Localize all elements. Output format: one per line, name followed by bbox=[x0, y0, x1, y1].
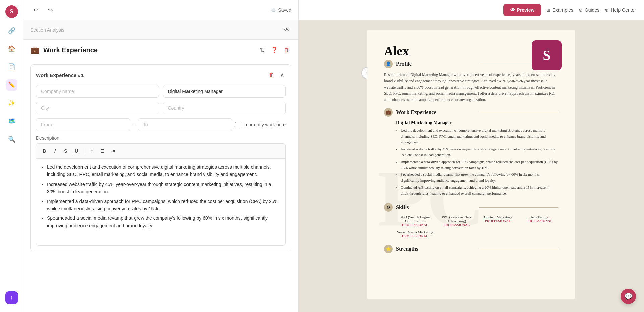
user-avatar: S bbox=[5, 5, 18, 18]
work-experience-entry: Work Experience #1 🗑 ∧ - bbox=[30, 64, 291, 251]
sidebar-item-home[interactable]: 🏠 bbox=[6, 43, 17, 54]
strikethrough-button[interactable]: S bbox=[61, 146, 70, 156]
editor-area: ↩ ↪ ☁️ Saved Section Analysis 👁 💼 Work E… bbox=[23, 0, 299, 312]
description-label: Description bbox=[36, 135, 286, 141]
skill-social: Social Media Marketing PROFESSIONAL bbox=[396, 230, 434, 238]
work-experience-title: Work Experience bbox=[43, 46, 98, 54]
job-title: Digital Marketing Manager bbox=[396, 120, 558, 125]
description-section: Description B I S U ≡ ☰ ⇥ Led the develo… bbox=[36, 135, 286, 246]
preview-scroll: + Alex S 👤 Profile Results-oriented Digi… bbox=[299, 20, 644, 312]
guides-button[interactable]: ⊙ Guides bbox=[579, 7, 599, 13]
bullet-1: Led the development and execution of com… bbox=[47, 163, 281, 178]
work-title: Work Experience bbox=[396, 109, 476, 115]
from-date-input[interactable] bbox=[36, 118, 130, 131]
saved-indicator: ☁️ Saved bbox=[270, 7, 291, 13]
bullet-2: Increased website traffic by 45% year-ov… bbox=[47, 180, 281, 196]
job-bullet-4: Spearheaded a social media revamp that g… bbox=[401, 172, 558, 184]
sidebar-item-map[interactable]: 🗺️ bbox=[6, 115, 17, 127]
job-bullets: Led the development and execution of com… bbox=[396, 127, 558, 197]
undo-button[interactable]: ↩ bbox=[30, 5, 41, 15]
profile-text: Results-oriented Digital Marketing Manag… bbox=[384, 72, 558, 103]
italic-button[interactable]: I bbox=[50, 146, 60, 156]
skills-title: Skills bbox=[396, 204, 476, 210]
position-input[interactable] bbox=[163, 85, 286, 98]
chat-button[interactable]: 💬 bbox=[621, 289, 636, 304]
work-experience-container: 💼 Work Experience ⇅ ❓ 🗑 Work Experience … bbox=[23, 40, 298, 312]
preview-pane: 👁 Preview ⊞ Examples ⊙ Guides ⊕ Help Cen… bbox=[299, 0, 644, 312]
profile-title: Profile bbox=[396, 61, 476, 67]
left-sidebar: S 🔗 🏠 📄 ✏️ ✨ 🗺️ 🔍 ↑ bbox=[0, 0, 23, 312]
skill-ppc: PPC (Pay-Per-Click Advertising) PROFESSI… bbox=[438, 215, 476, 227]
indent-button[interactable]: ⇥ bbox=[108, 146, 118, 156]
eye-icon: 👁 bbox=[510, 7, 515, 13]
briefcase-icon: 💼 bbox=[30, 46, 39, 54]
delete-entry-button[interactable]: 🗑 bbox=[267, 70, 276, 80]
city-country-row bbox=[36, 102, 286, 114]
list-button[interactable]: ☰ bbox=[98, 146, 107, 156]
cloud-icon: ☁️ bbox=[270, 7, 276, 13]
country-input[interactable] bbox=[163, 102, 286, 114]
to-date-input[interactable] bbox=[138, 118, 232, 131]
bullet-3: Implemented a data-driven approach for P… bbox=[47, 198, 281, 213]
toolbar-divider-1 bbox=[84, 148, 84, 154]
company-name-input[interactable] bbox=[36, 85, 159, 98]
resume-avatar: S bbox=[532, 40, 562, 70]
help-button[interactable]: ❓ bbox=[269, 45, 279, 55]
delete-section-button[interactable]: 🗑 bbox=[283, 45, 291, 55]
sidebar-item-search[interactable]: 🔍 bbox=[6, 134, 17, 145]
description-list: Led the development and execution of com… bbox=[41, 163, 281, 229]
job-bullet-1: Led the development and execution of com… bbox=[401, 127, 558, 145]
description-editor[interactable]: Led the development and execution of com… bbox=[36, 158, 286, 246]
profile-icon: 👤 bbox=[384, 60, 393, 68]
work-divider bbox=[479, 112, 558, 112]
section-analysis-eye-button[interactable]: 👁 bbox=[283, 25, 291, 35]
work-icon: 💼 bbox=[384, 108, 393, 117]
skills-icon: ⚙ bbox=[384, 203, 393, 212]
skills-section-header: ⚙ Skills bbox=[384, 203, 558, 212]
help-center-button[interactable]: ⊕ Help Center bbox=[605, 7, 636, 13]
job-bullet-3: Implemented a data-driven approach for P… bbox=[401, 159, 558, 171]
collapse-entry-button[interactable]: ∧ bbox=[279, 70, 286, 80]
strengths-title: Strengths bbox=[396, 246, 476, 252]
reorder-button[interactable]: ⇅ bbox=[258, 45, 266, 55]
currently-work-checkbox[interactable] bbox=[235, 122, 240, 127]
city-input[interactable] bbox=[36, 102, 159, 114]
upgrade-button[interactable]: ↑ bbox=[5, 291, 18, 304]
align-left-button[interactable]: ≡ bbox=[87, 146, 96, 156]
bullet-4: Spearheaded a social media revamp that g… bbox=[47, 214, 281, 229]
strengths-section-header: ⭐ Strengths bbox=[384, 245, 558, 253]
editor-topbar: ↩ ↪ ☁️ Saved bbox=[23, 0, 298, 20]
skill-seo: SEO (Search Engine Optimization) PROFESS… bbox=[396, 215, 434, 227]
preview-button[interactable]: 👁 Preview bbox=[503, 4, 541, 16]
skill-ab: A/B Testing PROFESSIONAL bbox=[521, 215, 559, 227]
date-row: - I currently work here bbox=[36, 118, 286, 131]
underline-button[interactable]: U bbox=[72, 146, 81, 156]
redo-button[interactable]: ↪ bbox=[45, 5, 56, 15]
guides-icon: ⊙ bbox=[579, 7, 583, 13]
resume-paper: Alex S 👤 Profile Results-oriented Digita… bbox=[367, 30, 575, 299]
examples-icon: ⊞ bbox=[546, 7, 550, 13]
company-position-row bbox=[36, 85, 286, 98]
job-bullet-2: Increased website traffic by 45% year-ov… bbox=[401, 146, 558, 158]
job-bullet-5: Conducted A/B testing on email campaigns… bbox=[401, 185, 558, 196]
currently-work-label: I currently work here bbox=[243, 122, 286, 127]
skills-divider bbox=[479, 207, 558, 208]
strengths-divider bbox=[479, 249, 558, 249]
help-center-icon: ⊕ bbox=[605, 7, 609, 13]
section-analysis-label: Section Analysis bbox=[30, 27, 64, 33]
skills-grid: SEO (Search Engine Optimization) PROFESS… bbox=[396, 215, 558, 238]
entry-title: Work Experience #1 bbox=[36, 72, 84, 78]
skill-content: Content Marketing PROFESSIONAL bbox=[479, 215, 517, 227]
sidebar-item-magic[interactable]: ✨ bbox=[6, 97, 17, 109]
description-toolbar: B I S U ≡ ☰ ⇥ bbox=[36, 143, 286, 158]
sidebar-item-link[interactable]: 🔗 bbox=[6, 25, 17, 36]
bold-button[interactable]: B bbox=[40, 146, 49, 156]
sidebar-item-document[interactable]: 📄 bbox=[6, 61, 17, 72]
sidebar-item-edit[interactable]: ✏️ bbox=[6, 79, 17, 91]
entry-header: Work Experience #1 🗑 ∧ bbox=[36, 70, 286, 80]
preview-topbar: 👁 Preview ⊞ Examples ⊙ Guides ⊕ Help Cen… bbox=[299, 0, 644, 20]
currently-work-checkbox-label[interactable]: I currently work here bbox=[235, 122, 286, 127]
section-analysis-bar: Section Analysis 👁 bbox=[23, 20, 298, 40]
strengths-icon: ⭐ bbox=[384, 245, 393, 253]
examples-button[interactable]: ⊞ Examples bbox=[546, 7, 573, 13]
